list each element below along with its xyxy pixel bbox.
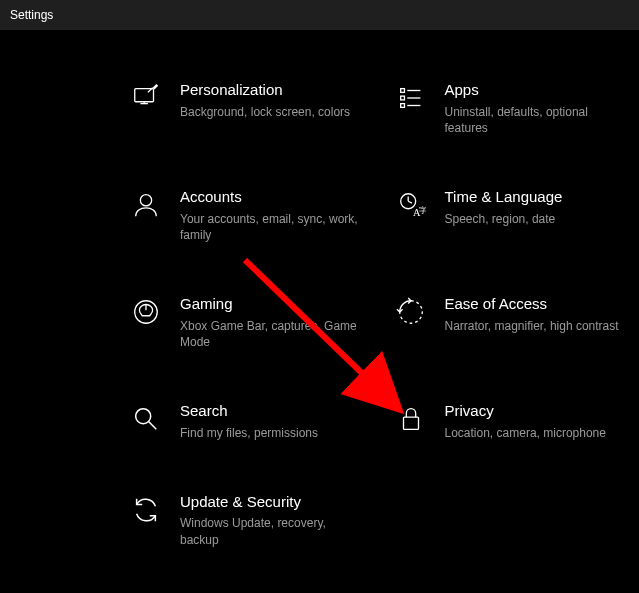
tile-update-security[interactable]: Update & Security Windows Update, recove… xyxy=(130,492,365,549)
update-security-icon xyxy=(130,494,162,526)
tile-title: Accounts xyxy=(180,187,365,207)
time-language-icon: A 字 xyxy=(395,189,427,221)
tile-title: Personalization xyxy=(180,80,365,100)
svg-line-19 xyxy=(149,422,157,430)
tile-subtitle: Uninstall, defaults, optional features xyxy=(445,104,630,138)
svg-rect-5 xyxy=(400,96,404,100)
svg-line-13 xyxy=(408,201,412,203)
tile-title: Gaming xyxy=(180,294,365,314)
tile-subtitle: Location, camera, microphone xyxy=(445,425,630,442)
tile-search[interactable]: Search Find my files, permissions xyxy=(130,401,365,441)
tile-subtitle: Xbox Game Bar, captures, Game Mode xyxy=(180,318,365,352)
tile-title: Search xyxy=(180,401,365,421)
tile-subtitle: Background, lock screen, colors xyxy=(180,104,365,121)
tile-title: Ease of Access xyxy=(445,294,630,314)
tile-time-language[interactable]: A 字 Time & Language Speech, region, date xyxy=(395,187,630,244)
settings-grid-container: Personalization Background, lock screen,… xyxy=(0,30,639,549)
svg-text:字: 字 xyxy=(418,207,426,216)
tile-accounts[interactable]: Accounts Your accounts, email, sync, wor… xyxy=(130,187,365,244)
accounts-icon xyxy=(130,189,162,221)
svg-point-18 xyxy=(136,409,151,424)
tile-apps[interactable]: Apps Uninstall, defaults, optional featu… xyxy=(395,80,630,137)
tile-subtitle: Narrator, magnifier, high contrast xyxy=(445,318,630,335)
tile-privacy[interactable]: Privacy Location, camera, microphone xyxy=(395,401,630,441)
search-icon xyxy=(130,403,162,435)
tile-title: Apps xyxy=(445,80,630,100)
tile-title: Privacy xyxy=(445,401,630,421)
tile-gaming[interactable]: Gaming Xbox Game Bar, captures, Game Mod… xyxy=(130,294,365,351)
ease-of-access-icon xyxy=(395,296,427,328)
personalization-icon xyxy=(130,82,162,114)
svg-rect-20 xyxy=(403,417,418,429)
tile-title: Update & Security xyxy=(180,492,365,512)
lock-icon xyxy=(395,403,427,435)
apps-icon xyxy=(395,82,427,114)
tile-personalization[interactable]: Personalization Background, lock screen,… xyxy=(130,80,365,137)
tile-title: Time & Language xyxy=(445,187,630,207)
svg-rect-6 xyxy=(400,104,404,108)
tile-subtitle: Find my files, permissions xyxy=(180,425,365,442)
svg-point-10 xyxy=(140,195,151,206)
titlebar-title: Settings xyxy=(10,8,53,22)
tile-subtitle: Speech, region, date xyxy=(445,211,630,228)
tile-subtitle: Windows Update, recovery, backup xyxy=(180,515,365,549)
titlebar: Settings xyxy=(0,0,639,30)
gaming-icon xyxy=(130,296,162,328)
tile-subtitle: Your accounts, email, sync, work, family xyxy=(180,211,365,245)
svg-rect-4 xyxy=(400,89,404,93)
tile-ease-of-access[interactable]: Ease of Access Narrator, magnifier, high… xyxy=(395,294,630,351)
svg-rect-0 xyxy=(135,89,154,102)
